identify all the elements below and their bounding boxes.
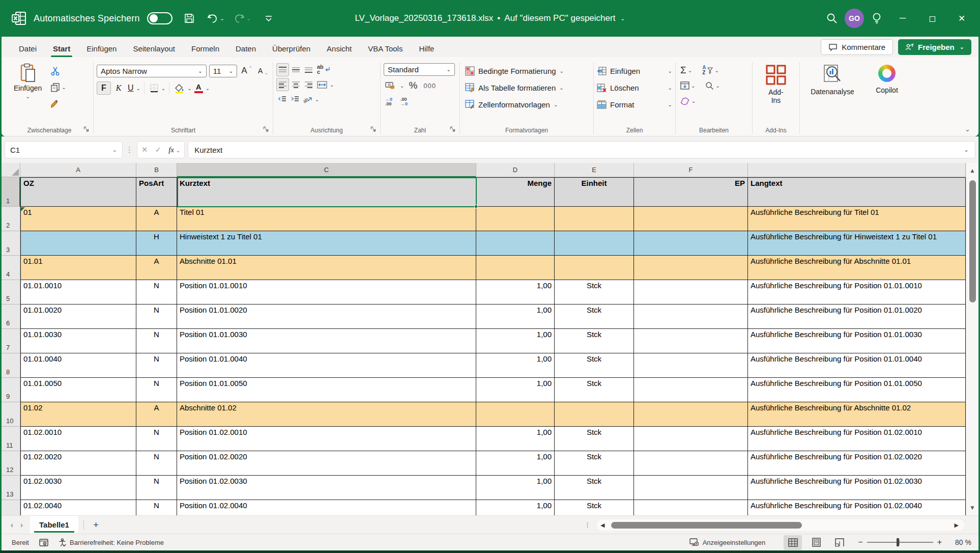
formula-input[interactable]: Kurztext⌄	[188, 141, 975, 158]
cell[interactable]: N	[136, 427, 177, 451]
font-color-dropdown-icon[interactable]: ⌄	[206, 86, 210, 91]
cell[interactable]: 01.01.0010	[20, 280, 136, 305]
cell[interactable]: N	[136, 353, 177, 378]
copy-dropdown-icon[interactable]: ⌄	[62, 85, 66, 90]
sheet-tab-tabelle1[interactable]: Tabelle1	[30, 516, 78, 534]
cell[interactable]: Ausführliche Beschreibung für Position 0…	[748, 378, 966, 402]
cell[interactable]: Ausführliche Beschreibung für Abschnitte…	[748, 256, 966, 280]
column-header-C[interactable]: C	[177, 163, 476, 177]
name-box[interactable]: C1⌄	[5, 141, 123, 158]
cell[interactable]: A	[136, 207, 177, 231]
cell[interactable]: N	[136, 476, 177, 500]
decrease-indent-button[interactable]	[276, 93, 288, 106]
cell[interactable]: Ausführliche Beschreibung für Hinweistex…	[748, 231, 966, 256]
cell[interactable]: Stck	[555, 353, 634, 378]
name-box-dropdown-icon[interactable]: ⌄	[112, 147, 117, 153]
find-select-button[interactable]: ⌄	[704, 79, 721, 92]
fill-color-dropdown-icon[interactable]: ⌄	[187, 86, 191, 91]
align-top-button[interactable]	[276, 63, 289, 76]
cell[interactable]	[634, 427, 748, 451]
row-header-4[interactable]: 4	[2, 256, 20, 280]
cell[interactable]	[555, 256, 634, 280]
cell[interactable]: Ausführliche Beschreibung für Position 0…	[748, 476, 966, 500]
cell[interactable]	[634, 402, 748, 427]
copilot-icon[interactable]	[878, 65, 896, 82]
cell[interactable]	[634, 207, 748, 231]
ribbon-tab-datei[interactable]: Datei	[11, 40, 45, 57]
cell[interactable]: Ausführliche Beschreibung für Abschnitte…	[748, 402, 966, 427]
autosave-toggle[interactable]	[147, 12, 172, 24]
clear-button[interactable]: ⌄	[679, 94, 697, 107]
ribbon-tab-vba-tools[interactable]: VBA Tools	[360, 40, 411, 57]
scrollbar-resize-handle[interactable]: ⋮	[584, 521, 591, 529]
cell[interactable]: Ausführliche Beschreibung für Position 0…	[748, 353, 966, 378]
cell-header-posart[interactable]: PosArt	[136, 177, 177, 207]
sort-filter-button[interactable]: AZ⌄	[701, 64, 720, 77]
cell[interactable]	[555, 207, 634, 231]
cell[interactable]: Stck	[555, 305, 634, 329]
cell[interactable]: 1,00	[476, 353, 555, 378]
quick-access-customize-icon[interactable]	[259, 10, 278, 27]
row-header-13[interactable]: 13	[2, 476, 20, 500]
ribbon-tab-einfügen[interactable]: Einfügen	[78, 40, 125, 57]
vertical-scrollbar[interactable]: ▲ ▼	[966, 163, 978, 515]
row-header-8[interactable]: 8	[2, 353, 20, 378]
copy-button[interactable]: ⌄	[49, 80, 67, 94]
cell[interactable]: 01.02.0010	[20, 427, 136, 451]
addins-button[interactable]: Add-Ins	[768, 88, 784, 104]
scroll-left-icon[interactable]: ◀	[597, 522, 608, 529]
row-header-2[interactable]: 2	[2, 207, 20, 231]
cell[interactable]: Position 01.02.0030	[177, 476, 476, 500]
share-button[interactable]: Freigeben ⌄	[898, 39, 971, 55]
cut-button[interactable]	[49, 64, 67, 77]
cancel-entry-icon[interactable]: ✕	[141, 145, 148, 154]
cell[interactable]: Position 01.01.0030	[177, 329, 476, 353]
conditional-formatting-button[interactable]: Bedingte Formatierung⌄	[463, 64, 590, 78]
ribbon-tab-seitenlayout[interactable]: Seitenlayout	[125, 40, 183, 57]
cell[interactable]: 1,00	[476, 329, 555, 353]
undo-dropdown-icon[interactable]: ⌄	[220, 15, 224, 22]
cell[interactable]: N	[136, 500, 177, 515]
cell[interactable]: N	[136, 329, 177, 353]
orientation-dropdown-icon[interactable]: ⌄	[315, 97, 319, 102]
display-settings-button[interactable]: Anzeigeeinstellungen	[689, 538, 766, 546]
cell[interactable]: 01.01.0050	[20, 378, 136, 402]
cell[interactable]: Abschnitte 01.02	[177, 402, 476, 427]
align-bottom-button[interactable]	[303, 63, 314, 76]
confirm-entry-icon[interactable]: ✓	[155, 145, 162, 154]
cell[interactable]: Ausführliche Beschreibung für Position 0…	[748, 305, 966, 329]
ribbon-tab-überprüfen[interactable]: Überprüfen	[264, 40, 319, 57]
title-dropdown-icon[interactable]: ⌄	[620, 15, 625, 22]
lightbulb-icon[interactable]	[867, 10, 886, 27]
borders-dropdown-icon[interactable]: ⌄	[161, 86, 165, 91]
cell[interactable]: Ausführliche Beschreibung für Position 0…	[748, 427, 966, 451]
scroll-right-icon[interactable]: ▶	[951, 522, 962, 529]
autosum-button[interactable]: Σ⌄	[679, 64, 694, 77]
row-header-7[interactable]: 7	[2, 329, 20, 353]
column-header-F[interactable]: F	[634, 163, 748, 177]
insert-cells-button[interactable]: Einfügen⌄	[597, 64, 672, 78]
cell[interactable]: N	[136, 451, 177, 476]
align-middle-button[interactable]	[290, 63, 302, 76]
cell[interactable]: Position 01.02.0020	[177, 451, 476, 476]
cell[interactable]: A	[136, 402, 177, 427]
paste-dropdown-icon[interactable]: ⌄	[25, 94, 30, 99]
cell[interactable]: Position 01.01.0020	[177, 305, 476, 329]
ribbon-tab-hilfe[interactable]: Hilfe	[411, 40, 442, 57]
cell[interactable]: Abschnitte 01.01	[177, 256, 476, 280]
page-break-view-button[interactable]	[830, 535, 849, 550]
cell-header-kurztext[interactable]: Kurztext	[177, 177, 476, 207]
row-header-6[interactable]: 6	[2, 305, 20, 329]
cell[interactable]	[476, 231, 555, 256]
ribbon-tab-start[interactable]: Start	[45, 40, 78, 57]
save-button[interactable]	[180, 10, 199, 27]
cell[interactable]: Position 01.01.0050	[177, 378, 476, 402]
font-size-select[interactable]: 11⌄	[209, 65, 238, 77]
ribbon-tab-daten[interactable]: Daten	[227, 40, 264, 57]
data-analysis-button[interactable]: Datenanalyse	[811, 88, 854, 96]
cell[interactable]: Stck	[555, 427, 634, 451]
cell[interactable]: H	[136, 231, 177, 256]
decrease-font-size-button[interactable]: A⌄	[256, 64, 270, 77]
row-header-9[interactable]: 9	[2, 378, 20, 402]
fill-color-button[interactable]	[173, 81, 186, 95]
